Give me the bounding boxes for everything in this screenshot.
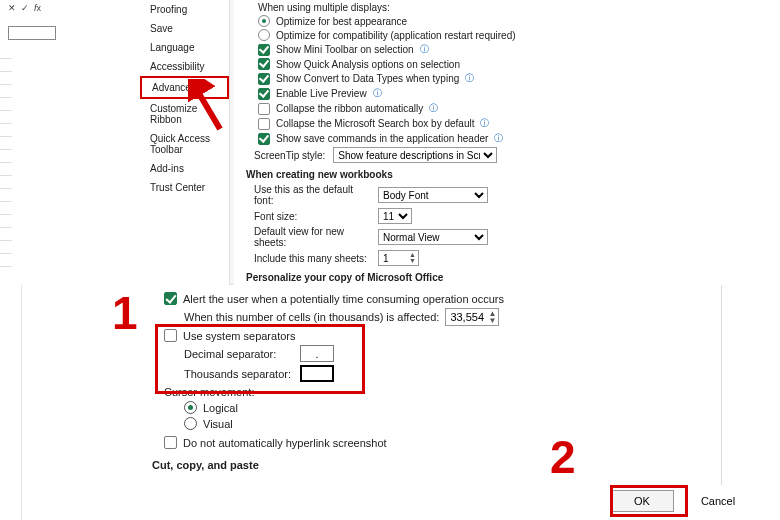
label-mini-toolbar: Show Mini Toolbar on selection — [276, 44, 414, 55]
select-font-size[interactable]: 11 — [378, 208, 412, 224]
heading-cut-copy-paste: Cut, copy, and paste — [152, 459, 754, 471]
label-logical: Logical — [203, 402, 238, 414]
info-icon: ⓘ — [373, 87, 382, 100]
label-optimize-best: Optimize for best appearance — [276, 16, 407, 27]
spinner-sheet-count[interactable]: ▲▼ — [378, 250, 419, 266]
options-general-main: When using multiple displays: Optimize f… — [234, 0, 774, 285]
input-decimal-separator[interactable] — [300, 345, 334, 362]
spreadsheet-peek-left: ✕ ✓ fx — [0, 0, 140, 285]
label-quick-analysis: Show Quick Analysis options on selection — [276, 59, 460, 70]
sidebar-item-save[interactable]: Save — [140, 19, 229, 38]
sidebar-sliver — [0, 285, 22, 520]
dialog-button-bar: OK Cancel — [610, 490, 750, 512]
selected-cell — [8, 26, 56, 40]
check-mini-toolbar[interactable] — [258, 44, 270, 56]
check-save-commands[interactable] — [258, 133, 270, 145]
label-use-system-separators: Use system separators — [183, 330, 295, 342]
label-optimize-compat: Optimize for compatibility (application … — [276, 30, 516, 41]
check-convert-datatypes[interactable] — [258, 73, 270, 85]
label-no-hyperlink-screenshot: Do not automatically hyperlink screensho… — [183, 437, 387, 449]
select-default-view[interactable]: Normal View — [378, 229, 488, 245]
input-thousands-separator[interactable] — [300, 365, 334, 382]
sidebar-item-add-ins[interactable]: Add-ins — [140, 159, 229, 178]
options-sidebar: Proofing Save Language Accessibility Adv… — [140, 0, 230, 285]
label-thousands-separator: Thousands separator: — [184, 368, 294, 380]
info-icon: ⓘ — [494, 132, 503, 145]
sidebar-item-trust-center[interactable]: Trust Center — [140, 178, 229, 197]
label-collapse-search: Collapse the Microsoft Search box by def… — [276, 118, 474, 129]
label-screentip: ScreenTip style: — [254, 150, 325, 161]
select-default-font[interactable]: Body Font — [378, 187, 488, 203]
label-convert-datatypes: Show Convert to Data Types when typing — [276, 73, 459, 84]
check-collapse-search[interactable] — [258, 118, 270, 130]
formula-bar-snippet: ✕ ✓ fx — [8, 3, 41, 13]
multi-display-heading: When using multiple displays: — [258, 2, 764, 13]
dialog-border-right — [721, 285, 722, 485]
heading-personalize: Personalize your copy of Microsoft Offic… — [246, 272, 764, 283]
cancel-button[interactable]: Cancel — [686, 490, 750, 512]
check-quick-analysis[interactable] — [258, 58, 270, 70]
radio-optimize-best[interactable] — [258, 15, 270, 27]
sheet-count-input[interactable] — [381, 252, 409, 265]
sidebar-item-customize-ribbon[interactable]: Customize Ribbon — [140, 99, 229, 129]
info-icon: ⓘ — [420, 43, 429, 56]
options-general-panel: ✕ ✓ fx Proofing Save Language Accessibil… — [0, 0, 780, 285]
label-sheet-count: Include this many sheets: — [254, 253, 370, 264]
chevron-up-down-icon[interactable]: ▲▼ — [488, 310, 496, 324]
label-cursor-movement: Cursor movement: — [164, 386, 754, 398]
ok-button[interactable]: OK — [610, 490, 674, 512]
sidebar-item-proofing[interactable]: Proofing — [140, 0, 229, 19]
sidebar-item-language[interactable]: Language — [140, 38, 229, 57]
info-icon: ⓘ — [465, 72, 474, 85]
check-use-system-separators[interactable] — [164, 329, 177, 342]
label-cells-affected: When this number of cells (in thousands)… — [184, 311, 439, 323]
info-icon: ⓘ — [480, 117, 489, 130]
label-live-preview: Enable Live Preview — [276, 88, 367, 99]
sidebar-item-quick-access-toolbar[interactable]: Quick Access Toolbar — [140, 129, 229, 159]
label-default-font: Use this as the default font: — [254, 184, 370, 206]
check-live-preview[interactable] — [258, 88, 270, 100]
select-screentip-style[interactable]: Show feature descriptions in ScreenTips — [333, 147, 497, 163]
sidebar-item-advanced[interactable]: Advanced — [140, 76, 229, 99]
label-save-commands: Show save commands in the application he… — [276, 133, 488, 144]
label-decimal-separator: Decimal separator: — [184, 348, 294, 360]
sidebar-item-accessibility[interactable]: Accessibility — [140, 57, 229, 76]
check-no-hyperlink-screenshot[interactable] — [164, 436, 177, 449]
annotation-number-2: 2 — [550, 430, 576, 484]
check-collapse-ribbon[interactable] — [258, 103, 270, 115]
label-alert-user: Alert the user when a potentially time c… — [183, 293, 504, 305]
radio-optimize-compat[interactable] — [258, 29, 270, 41]
annotation-number-1: 1 — [112, 286, 138, 340]
label-visual: Visual — [203, 418, 233, 430]
row-headers — [0, 46, 12, 267]
check-alert-user[interactable] — [164, 292, 177, 305]
radio-logical[interactable] — [184, 401, 197, 414]
info-icon: ⓘ — [429, 102, 438, 115]
radio-visual[interactable] — [184, 417, 197, 430]
cells-affected-input[interactable] — [448, 310, 488, 324]
spinner-cells-affected[interactable]: ▲▼ — [445, 308, 499, 326]
label-collapse-ribbon: Collapse the ribbon automatically — [276, 103, 423, 114]
heading-new-workbooks: When creating new workbooks — [246, 169, 764, 180]
label-default-view: Default view for new sheets: — [254, 226, 370, 248]
chevron-up-icon[interactable]: ▲▼ — [409, 252, 416, 264]
label-font-size: Font size: — [254, 211, 370, 222]
